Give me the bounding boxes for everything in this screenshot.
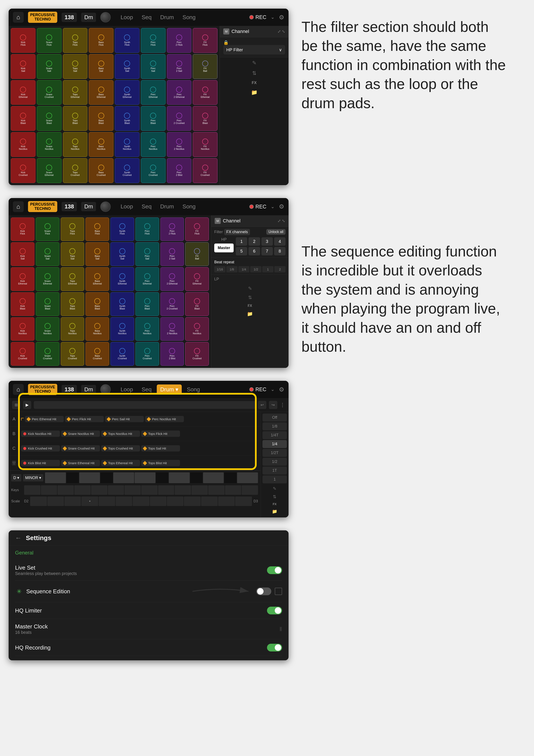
hit-kick-blist[interactable]: Kick Blist Hit xyxy=(21,460,60,466)
chevron-down-icon-2[interactable]: ⌄ xyxy=(271,204,274,209)
pad2-bass-crushed[interactable]: BassCrushed xyxy=(86,342,109,366)
keys-btn-11[interactable] xyxy=(191,485,208,495)
pad-synth-crushed[interactable]: SynthCrushed xyxy=(115,158,140,183)
seq-edition-checkbox[interactable] xyxy=(275,588,282,595)
seq-folder-icon[interactable]: 📁 xyxy=(272,509,277,514)
pad-perc-ethereal[interactable]: PercEthereal xyxy=(141,80,165,105)
pad-fx-flick[interactable]: FXFlick xyxy=(193,28,217,53)
ch-8[interactable]: 8 xyxy=(274,247,286,256)
hit-tops-crushed[interactable]: Tops Crushed Hit xyxy=(101,445,140,451)
ch-6[interactable]: 6 xyxy=(248,247,260,256)
pad-snare-blast[interactable]: SnareBlast xyxy=(37,106,62,131)
keys-btn-3[interactable] xyxy=(58,485,74,495)
pad-synth-ethereal[interactable]: SynthEthereal xyxy=(115,80,140,105)
hit-snare-ethereal[interactable]: Snare Ethereal Hit xyxy=(61,460,100,466)
piano-key-6[interactable] xyxy=(203,472,224,483)
piano-key-black-4[interactable] xyxy=(190,472,203,483)
pad2-synth-flick[interactable]: SynthFlick xyxy=(111,217,134,241)
pad2-snare-flick[interactable]: SnareFlick xyxy=(36,217,60,241)
pad2-perc-sail[interactable]: PercSail xyxy=(136,242,159,266)
pad-snare-flick[interactable]: SnareFlick xyxy=(37,28,62,53)
master-box[interactable]: Master xyxy=(214,244,234,252)
grid-btn[interactable]: ⊞ xyxy=(12,401,20,409)
hit-perc-sail[interactable]: Perc Sail Hit xyxy=(105,416,144,422)
nav-tab-song-2[interactable]: Song xyxy=(179,202,199,212)
nav-tab-loop-3[interactable]: Loop xyxy=(117,385,137,394)
key-display-3[interactable]: Dm xyxy=(81,385,96,394)
pad2-snare-noctilus[interactable]: SnareNoctilus xyxy=(36,317,60,341)
nav-tab-loop[interactable]: Loop xyxy=(117,12,137,22)
scale-select-minor[interactable]: MINOR ▾ xyxy=(23,474,43,481)
side-12t[interactable]: 1/2T xyxy=(263,449,287,457)
pad-perc2-blist[interactable]: Perc2 Blist xyxy=(167,158,191,183)
chevron-down-icon[interactable]: ⌄ xyxy=(271,14,274,20)
nav-tab-seq[interactable]: Seq xyxy=(138,12,155,22)
bpm-display-2[interactable]: 138 xyxy=(62,202,77,211)
pad2-bass-noctilus[interactable]: BassNoctilus xyxy=(86,317,109,341)
pad-bass-blast[interactable]: BassBlast xyxy=(89,106,114,131)
keys-btn-10[interactable] xyxy=(175,485,191,495)
folder-icon[interactable]: 📁 xyxy=(251,90,258,95)
scale-key-12[interactable] xyxy=(235,497,252,506)
home-icon-2[interactable]: ⌂ xyxy=(13,201,24,212)
seq-edition-toggle[interactable] xyxy=(256,587,271,595)
nav-tab-drum-3[interactable]: Drum ▾ xyxy=(157,385,182,394)
pad-fx-noctilus[interactable]: FXNoctilus xyxy=(193,132,217,157)
keys-btn-4[interactable] xyxy=(74,485,91,495)
filter-tab-label[interactable]: Filter xyxy=(214,230,223,234)
piano-key-7[interactable] xyxy=(237,472,258,483)
side-off[interactable]: Off xyxy=(263,414,287,421)
pad-snare-ethereal[interactable]: SnareEthereal xyxy=(37,158,62,183)
hq-limiter-toggle[interactable] xyxy=(267,607,282,614)
fx-label[interactable]: FX xyxy=(252,81,257,85)
pad-perc-noctilus[interactable]: PercNoctilus xyxy=(141,132,165,157)
pad-tops-ethereal[interactable]: TopsEthereal xyxy=(63,80,88,105)
rec-button-3[interactable]: REC xyxy=(249,387,267,392)
pad2-synth-crushed[interactable]: SynthCrushed xyxy=(111,342,134,366)
piano-key-5[interactable] xyxy=(169,472,190,483)
pad2-perc2-noctilus[interactable]: Perc2 Noctilus xyxy=(161,317,184,341)
folder-icon-2[interactable]: 📁 xyxy=(247,311,253,317)
pad-perc2-noctilus[interactable]: Perc2 Noctilus xyxy=(167,132,191,157)
hit-tops-ethereal[interactable]: Tops Ethereal Hit xyxy=(101,460,140,466)
pad2-fx-blast[interactable]: FXBlast xyxy=(185,292,209,316)
fx-label-2[interactable]: FX xyxy=(248,304,252,308)
seq-adjust-icon[interactable]: ⇅ xyxy=(273,494,276,499)
keys-btn-2[interactable] xyxy=(41,485,57,495)
pad2-perc-crushed[interactable]: PercCrushed xyxy=(136,342,159,366)
side-1[interactable]: 1 xyxy=(263,475,287,483)
undo-btn[interactable]: ↩ xyxy=(258,401,267,409)
pad2-kick-flick[interactable]: KickFlick xyxy=(11,217,35,241)
piano-key-1[interactable] xyxy=(45,472,66,483)
key-display-2[interactable]: Dm xyxy=(81,202,96,211)
hit-perc-ethereal[interactable]: Perc Ethereal Hit xyxy=(25,416,64,422)
pad-perc-flick[interactable]: PercFlick xyxy=(141,28,165,53)
hit-perc-noctilus[interactable]: Perc Noctilus Hit xyxy=(145,416,184,422)
pad2-synth-ethereal[interactable]: SynthEthereal xyxy=(111,267,134,291)
pad2-tops-blast[interactable]: TopsBlast xyxy=(61,292,85,316)
br-14[interactable]: 1/4 xyxy=(238,266,249,272)
pad2-perc-ethereal[interactable]: PercEthereal xyxy=(136,267,159,291)
br-1[interactable]: 1 xyxy=(262,266,273,272)
scale-key-7[interactable] xyxy=(150,497,166,506)
scale-key-dot[interactable]: • xyxy=(81,497,98,506)
keys-btn-5[interactable] xyxy=(91,485,108,495)
hit-perc-flick[interactable]: Perc Flick Hit xyxy=(65,416,104,422)
scale-key-8[interactable] xyxy=(167,497,184,506)
piano-key-2[interactable] xyxy=(79,472,100,483)
keys-btn-1[interactable] xyxy=(24,485,40,495)
pad2-tops-ethereal[interactable]: TopsEthereal xyxy=(61,267,85,291)
nav-tab-drum[interactable]: Drum xyxy=(157,12,177,22)
piano-key-black-5[interactable] xyxy=(224,472,237,483)
piano-key-black-2[interactable] xyxy=(100,472,113,483)
bpm-display-3[interactable]: 138 xyxy=(62,385,77,394)
pad-perc2-flick[interactable]: Perc2 Flick xyxy=(167,28,191,53)
home-icon[interactable]: ⌂ xyxy=(13,12,24,23)
hit-tops-blist[interactable]: Tops Blist Hit xyxy=(141,460,180,466)
pad2-snare-ethereal[interactable]: SnareEthereal xyxy=(36,267,60,291)
pad-synth-blast[interactable]: SynthBlast xyxy=(115,106,140,131)
back-button[interactable]: ← xyxy=(15,534,21,542)
scale-key-1[interactable] xyxy=(30,497,47,506)
pad-kick-sail[interactable]: KickSail xyxy=(11,54,36,79)
more-btn[interactable]: ⋮ xyxy=(280,402,285,408)
